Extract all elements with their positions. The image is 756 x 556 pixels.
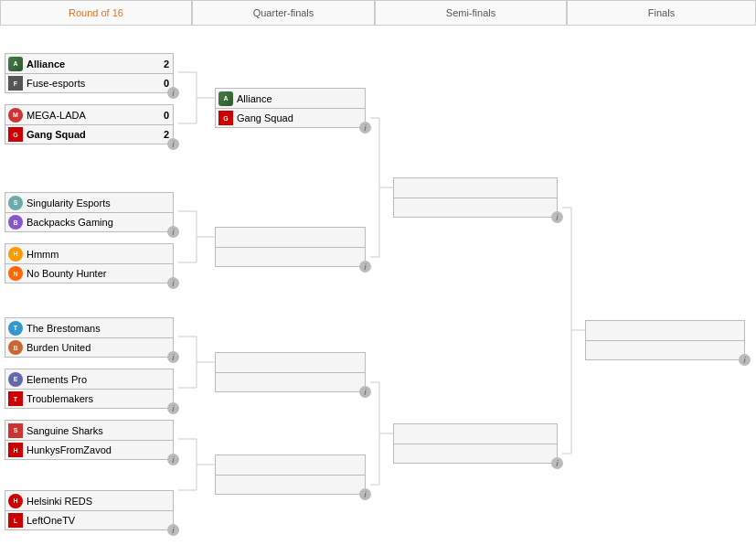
team-name	[218, 232, 361, 243]
team-name: The Brestomans	[27, 323, 169, 334]
team-name: Hmmm	[27, 249, 169, 260]
team-name	[397, 429, 553, 440]
team-name: Backpacks Gaming	[27, 217, 169, 228]
match-r16-8: H Helsinki REDS L LeftOneTV i	[5, 490, 174, 530]
helsinki-logo: H	[8, 494, 23, 508]
team-name: Burden United	[27, 342, 169, 353]
r16-label: Round of 16	[69, 7, 123, 18]
info-button[interactable]: i	[359, 261, 371, 273]
match-slot-top: M MEGA-LADA 0	[5, 104, 174, 124]
match-slot-bot: L LeftOneTV i	[5, 510, 174, 530]
sanguine-logo: S	[8, 423, 23, 438]
backpacks-logo: B	[8, 215, 23, 230]
match-qf-2: i	[215, 227, 366, 267]
info-button[interactable]: i	[167, 87, 179, 99]
team-name: Gang Squad	[237, 112, 361, 123]
match-slot-top	[215, 227, 366, 247]
info-button[interactable]: i	[551, 211, 563, 223]
match-r16-7: S Sanguine Sharks H HunkysFromZavod i	[5, 420, 174, 460]
f-label: Finals	[648, 7, 675, 18]
hunkys-logo: H	[8, 443, 23, 457]
match-slot-top: H Helsinki REDS	[5, 490, 174, 510]
team-name	[218, 377, 361, 388]
match-slot-top	[215, 454, 366, 475]
team-name: Helsinki REDS	[27, 496, 169, 507]
match-slot-top	[393, 423, 558, 444]
team-name: MEGA-LADA	[27, 110, 154, 121]
match-slot-bot: N No Bounty Hunter i	[5, 263, 174, 283]
match-finals: i	[585, 320, 745, 360]
score: 2	[158, 129, 169, 140]
match-slot-bot: i	[215, 372, 366, 392]
alliance-logo: A	[8, 57, 23, 71]
r16-header: Round of 16	[0, 0, 192, 26]
info-button[interactable]: i	[167, 138, 179, 150]
match-slot-bot: B Backpacks Gaming i	[5, 212, 174, 232]
singularity-logo: S	[8, 196, 23, 210]
gang-logo: G	[8, 127, 23, 142]
info-button[interactable]: i	[167, 454, 179, 465]
team-name	[218, 251, 361, 262]
match-slot-bot: i	[215, 475, 366, 495]
score: 0	[158, 78, 169, 89]
match-r16-1: A Alliance 2 F Fuse-esports 0 i	[5, 53, 174, 93]
info-button[interactable]: i	[359, 488, 371, 500]
qf-label: Quarter-finals	[253, 7, 314, 18]
bracket-container: Round of 16 Quarter-finals Semi-finals F…	[0, 0, 756, 530]
elements-logo: E	[8, 372, 23, 387]
info-button[interactable]: i	[739, 354, 751, 366]
match-slot-bot: i	[393, 198, 558, 218]
team-name: Gang Squad	[27, 129, 154, 140]
match-slot-bot: i	[393, 444, 558, 464]
match-slot-top: T The Brestomans	[5, 317, 174, 337]
burden-logo: B	[8, 340, 23, 355]
team-name: Elements Pro	[27, 374, 169, 385]
score: 2	[158, 59, 169, 70]
team-name: Fuse-esports	[27, 78, 154, 89]
info-button[interactable]: i	[359, 122, 371, 134]
score: 0	[158, 110, 169, 121]
match-qf-4: i	[215, 454, 366, 495]
sf-header: Semi-finals	[375, 0, 567, 26]
info-button[interactable]: i	[167, 524, 179, 536]
info-button[interactable]: i	[167, 226, 179, 238]
info-button[interactable]: i	[167, 277, 179, 289]
team-name: Alliance	[237, 93, 361, 104]
match-slot-bot: B Burden United i	[5, 337, 174, 358]
team-name	[589, 326, 740, 337]
match-slot-top: S Sanguine Sharks	[5, 420, 174, 440]
match-slot-bot: i	[215, 247, 366, 267]
match-slot-top: A Alliance 2	[5, 53, 174, 73]
match-slot-top	[215, 352, 366, 372]
team-name: LeftOneTV	[27, 515, 169, 526]
team-name: Sanguine Sharks	[27, 425, 169, 436]
match-r16-5: T The Brestomans B Burden United i	[5, 317, 174, 358]
info-button[interactable]: i	[551, 457, 563, 469]
match-slot-top: H Hmmm	[5, 243, 174, 263]
info-button[interactable]: i	[359, 386, 371, 398]
match-slot-top: A Alliance	[215, 88, 366, 108]
match-slot-bot: G Gang Squad i	[215, 108, 366, 128]
leftone-logo: L	[8, 513, 23, 528]
team-name	[397, 183, 553, 194]
info-button[interactable]: i	[167, 351, 179, 363]
team-name: Alliance	[27, 59, 154, 70]
nobounty-logo: N	[8, 266, 23, 281]
match-r16-3: S Singularity Esports B Backpacks Gaming…	[5, 192, 174, 232]
team-name: Singularity Esports	[27, 198, 169, 208]
f-header: Finals	[567, 0, 756, 26]
mega-logo: M	[8, 108, 23, 123]
match-slot-bot: i	[585, 340, 745, 360]
troublemakers-logo: T	[8, 391, 23, 406]
match-slot-bot: T Troublemakers i	[5, 389, 174, 409]
brestomans-logo: T	[8, 321, 23, 336]
match-slot-top	[585, 320, 745, 340]
match-slot-top: S Singularity Esports	[5, 192, 174, 212]
hmmm-logo: H	[8, 247, 23, 262]
team-name	[218, 460, 361, 471]
match-sf-2: i	[393, 423, 558, 464]
fuse-logo: F	[8, 76, 23, 91]
team-name	[218, 479, 361, 490]
info-button[interactable]: i	[167, 402, 179, 414]
sf-label: Semi-finals	[446, 7, 495, 18]
